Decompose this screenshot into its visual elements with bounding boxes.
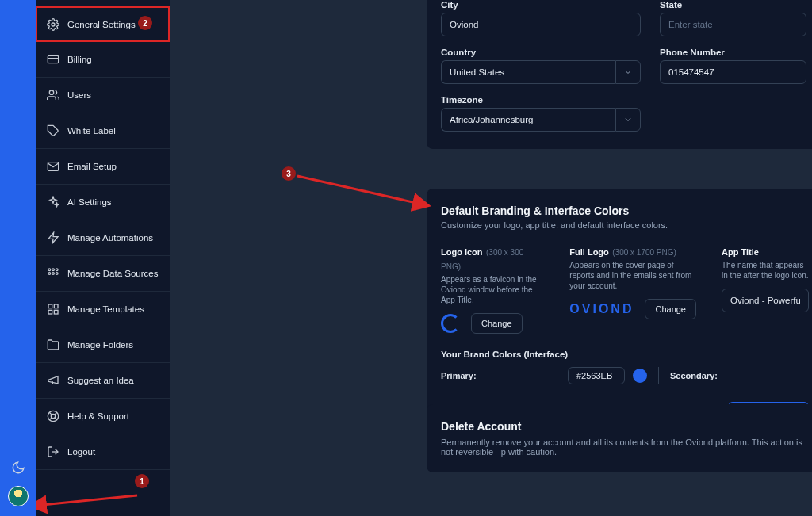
app-title-desc: The name that appears in the after the l… bbox=[722, 260, 809, 281]
sidebar: General Settings Billing Users White Lab… bbox=[36, 0, 170, 516]
primary-label: Primary: bbox=[441, 371, 568, 380]
sidebar-item-label: Help & Support bbox=[67, 411, 129, 421]
svg-point-9 bbox=[56, 269, 58, 271]
sidebar-item-label: Manage Data Sources bbox=[67, 269, 158, 278]
folder-icon bbox=[47, 338, 59, 351]
sidebar-item-email-setup[interactable]: Email Setup bbox=[36, 149, 170, 185]
phone-label: Phone Number bbox=[660, 48, 806, 57]
tag-icon bbox=[47, 124, 59, 137]
annotation-badge-3: 3 bbox=[282, 166, 296, 181]
svg-point-10 bbox=[48, 273, 51, 275]
sidebar-item-white-label[interactable]: White Label bbox=[36, 113, 170, 149]
country-select[interactable]: United States bbox=[441, 60, 615, 84]
full-logo-preview: OVIOND bbox=[569, 302, 634, 316]
sidebar-item-label: Manage Folders bbox=[67, 340, 133, 350]
svg-rect-16 bbox=[54, 310, 58, 314]
svg-point-8 bbox=[52, 269, 55, 271]
branding-title: Default Branding & Interface Colors bbox=[441, 204, 809, 217]
divider bbox=[658, 367, 659, 384]
state-label: State bbox=[660, 0, 806, 10]
sidebar-item-ai-settings[interactable]: AI Settings bbox=[36, 185, 170, 220]
brand-colors-label: Your Brand Colors (Interface) bbox=[441, 350, 809, 359]
sidebar-item-billing[interactable]: Billing bbox=[36, 42, 170, 78]
delete-title: Delete Account bbox=[441, 420, 809, 433]
branding-subtitle: Customize your logo, app title, and defa… bbox=[441, 220, 809, 230]
phone-input[interactable] bbox=[660, 60, 806, 84]
country-label: Country bbox=[441, 48, 641, 57]
sidebar-item-help-support[interactable]: Help & Support bbox=[36, 399, 170, 434]
users-icon bbox=[47, 89, 59, 101]
sidebar-item-manage-automations[interactable]: Manage Automations bbox=[36, 220, 170, 256]
primary-swatch[interactable] bbox=[633, 369, 647, 383]
bolt-icon bbox=[47, 231, 59, 244]
annotation-badge-1: 1 bbox=[135, 474, 149, 488]
state-input[interactable] bbox=[660, 13, 806, 36]
sidebar-item-label: Manage Automations bbox=[67, 233, 153, 243]
svg-line-22 bbox=[49, 418, 52, 420]
sidebar-item-manage-data-sources[interactable]: Manage Data Sources bbox=[36, 256, 170, 292]
svg-rect-13 bbox=[48, 304, 52, 308]
sidebar-item-label: Manage Templates bbox=[67, 304, 144, 314]
avatar[interactable] bbox=[8, 486, 29, 506]
svg-line-20 bbox=[55, 418, 57, 420]
moon-icon[interactable] bbox=[11, 461, 25, 475]
change-full-logo-button[interactable]: Change bbox=[645, 299, 696, 319]
sidebar-item-manage-templates[interactable]: Manage Templates bbox=[36, 292, 170, 327]
timezone-select[interactable]: Africa/Johannesburg bbox=[441, 108, 615, 132]
logout-icon bbox=[47, 445, 59, 458]
sidebar-item-label: AI Settings bbox=[67, 197, 112, 207]
timezone-label: Timezone bbox=[441, 95, 809, 105]
sidebar-item-label: Users bbox=[67, 90, 91, 100]
card-icon bbox=[47, 53, 59, 66]
logo-icon-label: Logo Icon bbox=[441, 247, 483, 257]
app-title-label: App Title bbox=[722, 247, 759, 257]
layout-icon bbox=[47, 303, 59, 315]
sidebar-item-label: Email Setup bbox=[67, 162, 117, 171]
svg-point-3 bbox=[49, 90, 53, 94]
sidebar-item-manage-folders[interactable]: Manage Folders bbox=[36, 327, 170, 363]
svg-rect-14 bbox=[54, 304, 58, 308]
sidebar-item-users[interactable]: Users bbox=[36, 78, 170, 113]
delete-desc: Permanently remove your account and all … bbox=[441, 438, 809, 457]
sidebar-item-logout[interactable]: Logout bbox=[36, 434, 170, 470]
svg-point-11 bbox=[52, 273, 55, 275]
megaphone-icon bbox=[47, 374, 59, 387]
gear-icon bbox=[47, 18, 59, 31]
change-logo-icon-button[interactable]: Change bbox=[471, 313, 523, 334]
svg-rect-15 bbox=[48, 310, 52, 314]
sidebar-item-label: General Settings bbox=[67, 20, 136, 29]
svg-point-18 bbox=[51, 414, 55, 418]
sidebar-item-suggest-idea[interactable]: Suggest an Idea bbox=[36, 363, 170, 399]
svg-line-21 bbox=[55, 412, 57, 415]
logo-icon-desc: Appears as a favicon in the Oviond windo… bbox=[441, 274, 544, 305]
sparkle-icon bbox=[47, 196, 59, 208]
mail-icon bbox=[47, 160, 59, 173]
logo-icon-preview bbox=[441, 314, 460, 333]
full-logo-dim: (300 x 1700 PNG) bbox=[612, 248, 676, 257]
left-rail bbox=[0, 0, 36, 516]
chevron-down-icon[interactable] bbox=[615, 108, 641, 132]
secondary-label: Secondary: bbox=[670, 371, 718, 380]
sidebar-item-label: White Label bbox=[67, 126, 116, 136]
app-title-input[interactable] bbox=[722, 289, 809, 312]
svg-line-19 bbox=[49, 412, 52, 415]
city-input[interactable] bbox=[441, 13, 641, 36]
svg-marker-6 bbox=[48, 232, 58, 243]
annotation-badge-2: 2 bbox=[138, 16, 152, 30]
svg-rect-1 bbox=[48, 55, 58, 63]
city-label: City bbox=[441, 0, 641, 10]
full-logo-label: Full Logo bbox=[569, 247, 608, 257]
chevron-down-icon[interactable] bbox=[615, 60, 641, 84]
sidebar-item-label: Billing bbox=[67, 55, 92, 64]
lifebuoy-icon bbox=[47, 410, 59, 422]
svg-point-7 bbox=[48, 269, 51, 271]
grid-icon bbox=[47, 267, 59, 280]
primary-color-input[interactable] bbox=[568, 367, 625, 384]
svg-point-12 bbox=[56, 273, 58, 275]
sidebar-item-label: Logout bbox=[67, 447, 95, 457]
sidebar-item-label: Suggest an Idea bbox=[67, 376, 134, 385]
svg-point-0 bbox=[52, 23, 55, 26]
full-logo-desc: Appears on the cover page of reports and… bbox=[569, 260, 696, 291]
main-content: City State Country United States Phone N… bbox=[170, 0, 812, 516]
